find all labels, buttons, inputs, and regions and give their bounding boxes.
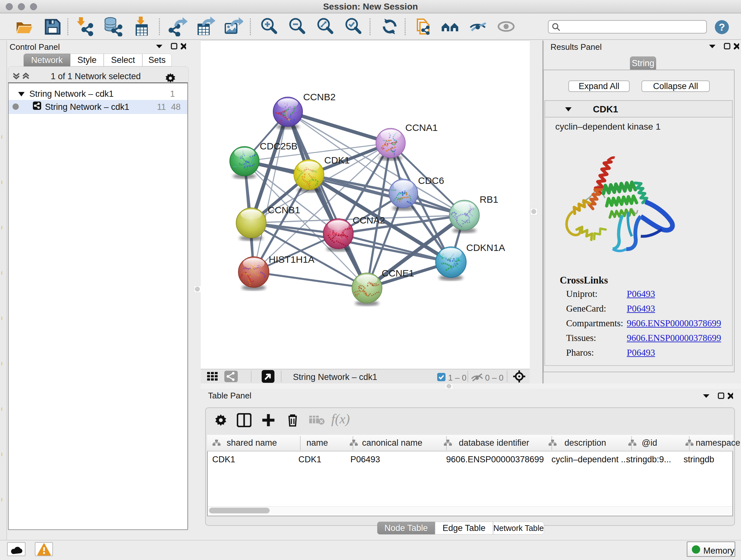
svg-text:HIST1H1A: HIST1H1A xyxy=(269,254,314,265)
svg-text:CCNB1: CCNB1 xyxy=(268,205,300,215)
svg-text:CCNE1: CCNE1 xyxy=(382,268,414,278)
svg-text:CCNA1: CCNA1 xyxy=(405,122,438,133)
svg-text:RB1: RB1 xyxy=(480,194,498,205)
svg-text:CCNA2: CCNA2 xyxy=(353,215,385,226)
svg-text:CDKN1A: CDKN1A xyxy=(466,242,505,253)
svg-text:CCNB2: CCNB2 xyxy=(303,91,336,102)
svg-text:CDC25B: CDC25B xyxy=(260,141,297,151)
svg-text:CDK1: CDK1 xyxy=(324,155,350,165)
svg-text:CDC6: CDC6 xyxy=(418,175,444,186)
